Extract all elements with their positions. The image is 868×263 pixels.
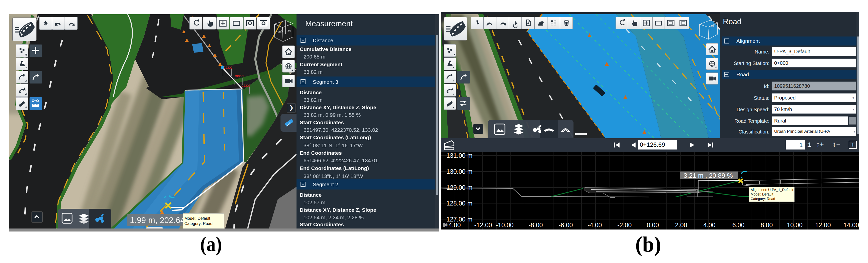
svg-text:Alignment: U-PA_1_Default: Alignment: U-PA_1_Default [751,188,793,192]
svg-text:-10.00: -10.00 [496,222,514,229]
svg-text:сссс: сссс [235,74,244,78]
svg-text:Back: Back [276,30,284,34]
svg-text:4.00: 4.00 [703,222,716,229]
svg-text:Category: Road: Category: Road [751,197,775,201]
svg-text:130.00 m: 130.00 m [446,168,472,175]
svg-text:131.00 m: 131.00 m [446,152,472,159]
svg-text:6.00: 6.00 [733,222,745,229]
svg-text:14.00: 14.00 [843,222,859,229]
svg-text:-8.00: -8.00 [529,222,543,229]
svg-text:-4.00: -4.00 [588,222,602,229]
svg-text:12.00: 12.00 [815,222,831,229]
svg-text:3.21 m , 20.89 %: 3.21 m , 20.89 % [684,172,733,179]
svg-text:128.00 m: 128.00 m [446,200,472,207]
svg-text:-12.00: -12.00 [474,222,492,229]
svg-text:left: left [287,29,291,33]
svg-text:Model: Default: Model: Default [751,192,773,196]
svg-text:10.00: 10.00 [787,222,803,229]
svg-text:0.00: 0.00 [647,222,659,229]
svg-text:8.00: 8.00 [761,222,773,229]
svg-text:-6.00: -6.00 [559,222,573,229]
svg-text:-2.00: -2.00 [618,222,632,229]
svg-text:129.00 m: 129.00 m [446,184,472,191]
svg-text:сссс: сссс [223,65,232,69]
svg-text:left: left [711,25,715,28]
svg-text:2.00: 2.00 [675,222,687,229]
